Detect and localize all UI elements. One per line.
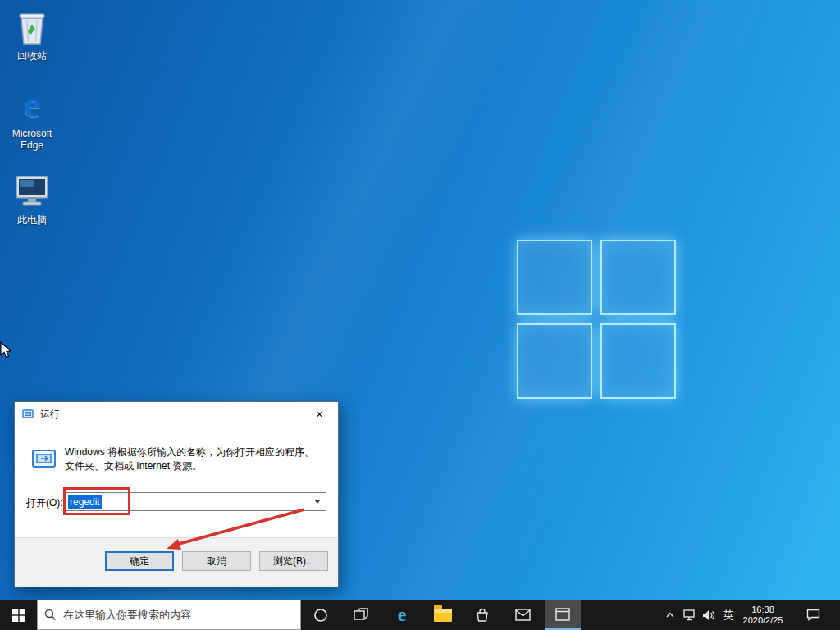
edge-icon: e <box>398 604 407 626</box>
run-dialog-titlebar[interactable]: 运行 <box>15 402 338 427</box>
run-big-icon <box>31 446 59 476</box>
open-label: 打开(O): <box>26 496 63 510</box>
task-view-icon <box>354 608 368 623</box>
run-dialog-title: 运行 <box>40 408 60 422</box>
run-input[interactable]: regedit <box>65 492 326 511</box>
tray-volume-icon[interactable] <box>699 600 719 630</box>
tray-date: 2020/2/25 <box>743 615 783 626</box>
taskbar-search-box[interactable] <box>37 600 301 630</box>
tray-clock[interactable]: 16:38 2020/2/25 <box>737 600 789 630</box>
run-input-value: regedit <box>68 495 102 509</box>
run-dialog-description: Windows 将根据你所输入的名称，为你打开相应的程序、 文件夹、文档或 In… <box>65 445 331 473</box>
cancel-button[interactable]: 取消 <box>182 551 251 571</box>
windows-logo-icon <box>12 609 25 622</box>
search-icon <box>44 609 57 621</box>
taskbar: e 英 <box>0 600 840 630</box>
file-explorer-icon <box>434 609 452 622</box>
cortana-icon <box>313 608 328 623</box>
mail-icon <box>515 609 531 621</box>
desktop-icon-recycle-bin[interactable]: 回收站 <box>2 7 62 62</box>
windows-wallpaper-logo <box>517 240 676 399</box>
logo-pane <box>600 323 676 399</box>
tray-ime-indicator[interactable]: 英 <box>719 600 738 630</box>
tray-chevron-up-icon[interactable] <box>661 600 679 630</box>
active-window-icon <box>555 608 570 621</box>
run-dialog: 运行 × Windows 将根据你所输入的名称，为你打开相应的程序、 文件夹、文… <box>14 401 339 587</box>
edge-icon: e <box>2 84 62 126</box>
logo-pane <box>517 240 592 315</box>
action-center-button[interactable] <box>799 600 827 630</box>
store-icon <box>475 608 490 623</box>
taskbar-file-explorer-button[interactable] <box>425 600 461 630</box>
tray-network-icon[interactable] <box>681 600 699 630</box>
start-button[interactable] <box>0 600 37 630</box>
desktop-icon-label: Microsoft Edge <box>2 128 62 151</box>
desktop-icon-edge[interactable]: e Microsoft Edge <box>2 84 62 151</box>
run-dialog-icon <box>22 408 35 421</box>
logo-pane <box>517 323 592 399</box>
tray-time: 16:38 <box>751 605 774 615</box>
close-icon[interactable]: × <box>301 402 338 426</box>
desktop-icon-label: 回收站 <box>2 50 62 62</box>
ok-button[interactable]: 确定 <box>105 551 174 571</box>
recycle-bin-icon <box>2 7 62 48</box>
taskbar-active-window-button[interactable] <box>545 600 581 630</box>
taskbar-task-view-button[interactable] <box>343 600 379 630</box>
taskbar-cortana-button[interactable] <box>303 600 339 630</box>
desktop-icon-label: 此电脑 <box>2 214 62 226</box>
chevron-down-icon[interactable] <box>309 493 326 510</box>
action-center-icon <box>806 609 820 621</box>
taskbar-mail-button[interactable] <box>504 600 541 630</box>
browse-button[interactable]: 浏览(B)... <box>259 551 328 571</box>
taskbar-edge-button[interactable]: e <box>384 600 420 630</box>
desktop-icon-this-pc[interactable]: 此电脑 <box>2 171 62 226</box>
search-input[interactable] <box>63 609 294 621</box>
this-pc-icon <box>2 171 62 212</box>
taskbar-store-button[interactable] <box>464 600 500 630</box>
logo-pane <box>600 240 676 315</box>
